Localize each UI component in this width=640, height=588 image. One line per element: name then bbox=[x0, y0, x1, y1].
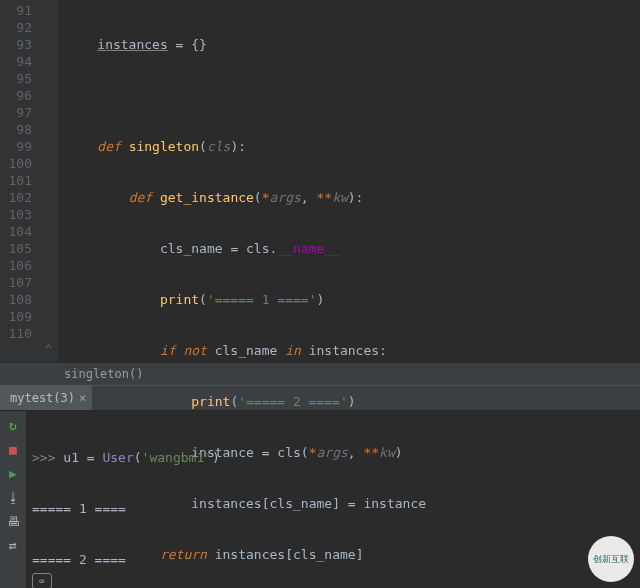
line-gutter: 91 92 93 94 95 96 97 98 99 100 101 102 1… bbox=[0, 0, 44, 362]
play-icon[interactable]: ▶ bbox=[5, 465, 21, 481]
loop-icon[interactable]: ∞ bbox=[32, 573, 52, 588]
rerun-icon[interactable]: ↻ bbox=[5, 417, 21, 433]
print-icon[interactable]: 🖶 bbox=[5, 513, 21, 529]
code-editor[interactable]: instances = {} def singleton(cls): def g… bbox=[58, 0, 640, 362]
watermark: 创新互联 bbox=[588, 536, 634, 582]
console-area: ↻ ■ ▶ ⭳ 🖶 ⇄ >>> u1 = User('wangbm1') ===… bbox=[0, 411, 640, 588]
fold-column[interactable]: ⌃ bbox=[44, 0, 58, 362]
console-toolbar: ↻ ■ ▶ ⭳ 🖶 ⇄ bbox=[0, 411, 26, 588]
wrap-icon[interactable]: ⇄ bbox=[5, 537, 21, 553]
python-console[interactable]: >>> u1 = User('wangbm1') ===== 1 ==== ==… bbox=[26, 411, 640, 588]
fold-end-icon[interactable]: ⌃ bbox=[45, 342, 52, 356]
stop-icon[interactable]: ■ bbox=[5, 441, 21, 457]
editor-pane: 91 92 93 94 95 96 97 98 99 100 101 102 1… bbox=[0, 0, 640, 362]
download-icon[interactable]: ⭳ bbox=[5, 489, 21, 505]
